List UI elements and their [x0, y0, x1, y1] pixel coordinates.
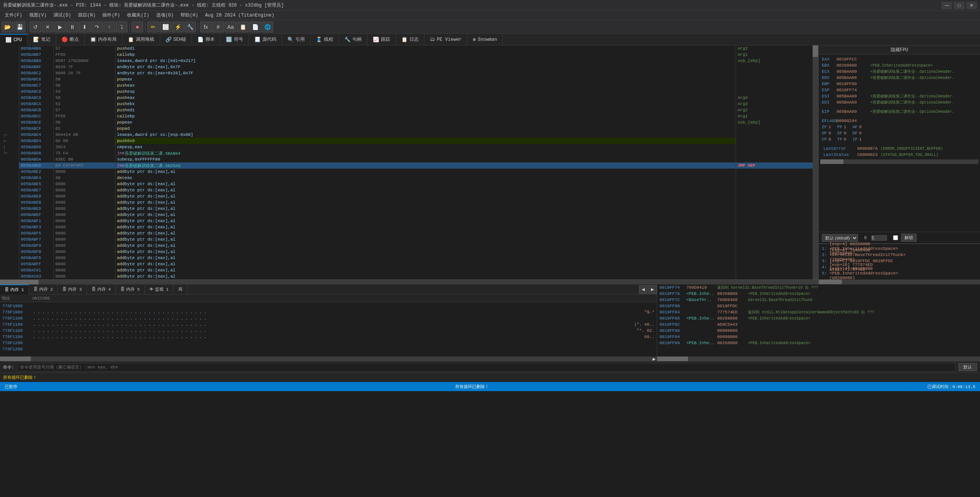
flag-sf[interactable]: SF0 [837, 131, 846, 136]
reg-edi[interactable]: EDI 005BAA00 <吾爱破解训练第二课作业-.OptionalHeade… [820, 99, 978, 105]
toolbar-hex[interactable]: ⬜ [160, 22, 171, 32]
disasm-4[interactable]: and byte ptr ds:[eax],0x7F [115, 64, 736, 70]
tab-log[interactable]: 📋日志 [396, 34, 424, 45]
disasm-8[interactable]: push esp [115, 89, 736, 95]
tab-callstack[interactable]: 📋调用堆栈 [122, 34, 160, 45]
disasm-7[interactable]: push eax [115, 82, 736, 89]
tab-handles[interactable]: 🔧句柄 [339, 34, 367, 45]
unlock-button[interactable]: 解锁 [901, 234, 917, 242]
stack-hscrollbar-thumb[interactable] [657, 356, 688, 361]
addr-11[interactable]: 005BABCB [19, 107, 53, 113]
toolbar-step-into[interactable]: ⬇ [79, 22, 90, 32]
mem-hscrollbar[interactable]: ▶ [0, 356, 657, 361]
addr-14[interactable]: 005BABCF [19, 126, 53, 132]
flag-pf[interactable]: PF1 [837, 125, 846, 129]
mem-nav-right[interactable]: ▶ [648, 285, 657, 294]
toolbar-hash[interactable]: # [212, 22, 224, 32]
disasm-25[interactable]: add byte ptr ds:[eax],al [115, 193, 736, 199]
disasm-18[interactable]: jne 吾爱破解训练第二课.5BAB04 [115, 150, 736, 156]
stack-row-7[interactable]: 0019FF8C AD9C5A43 [657, 321, 980, 328]
addr-31[interactable]: 005BABF5 [19, 230, 53, 236]
tab-symbols[interactable]: 🔣符号 [220, 34, 249, 45]
addr-30[interactable]: 005BABF3 [19, 224, 53, 230]
disasm-15[interactable]: lea eax,dword ptr ss:[esp-0x80] [115, 132, 736, 138]
addr-24[interactable]: 005BABE7 [19, 187, 53, 193]
disasm-38[interactable]: add byte ptr ds:[eax],al [115, 273, 736, 279]
mem-tab-watch[interactable]: 👁 监视 1 [145, 284, 174, 295]
flag-df[interactable]: DF0 [853, 131, 862, 136]
tab-script[interactable]: 📄脚本 [192, 34, 220, 45]
stdcall-number-input[interactable] [871, 235, 887, 241]
addr-18[interactable]: 005BABD8 [19, 150, 53, 156]
flag-tf[interactable]: TF0 [837, 137, 846, 142]
disasm-scrollbar-thumb[interactable] [813, 45, 818, 57]
menu-item-p[interactable]: 插件(P) [99, 11, 123, 20]
addr-10[interactable]: 005BABCA [19, 101, 53, 107]
reg-esp[interactable]: ESP 0019FF74 [820, 87, 978, 93]
addr-23[interactable]: 005BABE5 [19, 181, 53, 187]
disasm-6[interactable]: pop eax [115, 76, 736, 82]
mem-tab-3[interactable]: 🗄 内存 3 [58, 284, 87, 295]
addr-25[interactable]: 005BABE9 [19, 193, 53, 199]
addr-9[interactable]: 005BABC9 [19, 95, 53, 101]
toolbar-patch[interactable]: 🔧 [184, 22, 196, 32]
reg-hscrollbar[interactable] [820, 159, 978, 164]
flag-if[interactable]: IF1 [853, 137, 862, 142]
stack-row-10[interactable]: 0019FF98 <PEB.Inhe.. 00268000 <PEB.Inher… [657, 340, 980, 346]
addr-22[interactable]: 005BABE4 [19, 175, 53, 181]
disasm-13[interactable]: pop eax [115, 119, 736, 126]
mem-tab-1[interactable]: 🗄 内存 1 [0, 284, 29, 295]
disasm-11[interactable]: push edi [115, 107, 736, 113]
addr-29[interactable]: 005BABF1 [19, 218, 53, 224]
stack-row-9[interactable]: 0019FF94 00000000 [657, 334, 980, 340]
mem-tab-4[interactable]: 🗄 内存 4 [87, 284, 116, 295]
disasm-36[interactable]: add byte ptr ds:[eax],al [115, 261, 736, 267]
mem-row-5[interactable]: 776F1180 . . . . . . . . . . . . . . . .… [1, 328, 656, 334]
menu-item-augtitanengine[interactable]: Aug 28 2024 (TitanEngine) [202, 11, 277, 20]
toolbar-step-out[interactable]: ↑ [104, 22, 115, 32]
flag-af[interactable]: AF0 [853, 125, 862, 129]
addr-37[interactable]: 005BAC01 [19, 267, 53, 273]
mem-tab-2[interactable]: 🗄 内存 2 [29, 284, 58, 295]
mem-row-3[interactable]: 776F1100 . . . . . . . . . . . . . . . .… [1, 315, 656, 321]
right-hscrollbar-thumb[interactable] [819, 279, 842, 284]
toolbar-decompile[interactable]: ⚡ [172, 22, 184, 32]
toolbar-fx[interactable]: fx [200, 22, 212, 32]
toolbar-step-over[interactable]: ↷ [91, 22, 103, 32]
addr-27[interactable]: 005BABED [19, 206, 53, 212]
stack-row-3[interactable]: 0019FF7C <BaseThr.. 760D0400 kernel32.Ba… [657, 297, 980, 303]
stack-row-6[interactable]: 0019FF88 <PEB.Inhe.. 00268000 <PEB.Inher… [657, 315, 980, 321]
addr-21[interactable]: 005BABE2 [19, 169, 53, 175]
mem-row-1[interactable]: 776F1000 [1, 303, 656, 309]
toolbar-mem2[interactable]: 📋 [237, 22, 249, 32]
disasm-28[interactable]: add byte ptr ds:[eax],al [115, 212, 736, 218]
toolbar-pause[interactable]: ⏸ [67, 22, 78, 32]
stack-row-2[interactable]: 0019FF78 <PEB.Inhe.. 00268000 <PEB.Inher… [657, 291, 980, 297]
mem-scroll-right[interactable]: ▶ [651, 356, 657, 361]
tab-memory[interactable]: 🔲内存布局 [85, 34, 122, 45]
toolbar-bp[interactable]: ● [132, 22, 143, 32]
disasm-5[interactable]: and byte ptr ds:[eax+0x28],0x7F [115, 70, 736, 76]
stack-row-5[interactable]: 0019FF84 777574ED 返回到 ntdll.RtlGetAppCon… [657, 309, 980, 315]
disasm-12[interactable]: call ebp [115, 113, 736, 119]
flag-zf[interactable]: ZF1 [822, 125, 831, 129]
addr-20[interactable]: 005BABDD [19, 162, 53, 169]
tab-peviewer[interactable]: 🗂PE Viewer [424, 34, 467, 45]
disasm-34[interactable]: add byte ptr ds:[eax],al [115, 249, 736, 255]
tab-breakpoints[interactable]: 🔴断点 [56, 34, 85, 45]
maximize-button[interactable]: □ [954, 2, 965, 9]
lock-checkbox[interactable] [893, 235, 898, 240]
command-default-button[interactable]: 默认 [958, 363, 977, 371]
addr-5[interactable]: 005BABC2 [19, 70, 53, 76]
toolbar-highlight[interactable]: ✏ [147, 22, 159, 32]
addr-12[interactable]: 005BABCC [19, 113, 53, 119]
reg-esi[interactable]: ESI 005BAA00 <吾爱破解训练第二课作业-.OptionalHeade… [820, 93, 978, 99]
mem-row-7[interactable]: 776F1200 [1, 340, 656, 346]
reg-ecx[interactable]: ECX 005BAA00 <吾爱破解训练第二课作业-.OptionalHeade… [820, 69, 978, 75]
disasm-32[interactable]: add byte ptr ds:[eax],al [115, 236, 736, 243]
disasm-33[interactable]: add byte ptr ds:[eax],al [115, 243, 736, 249]
toolbar-close[interactable]: ✕ [42, 22, 53, 32]
disasm-23[interactable]: add byte ptr ds:[eax],al [115, 181, 736, 187]
disasm-scrollbar[interactable] [813, 45, 818, 279]
reg-ebp[interactable]: EBP 0019FF80 [820, 81, 978, 87]
